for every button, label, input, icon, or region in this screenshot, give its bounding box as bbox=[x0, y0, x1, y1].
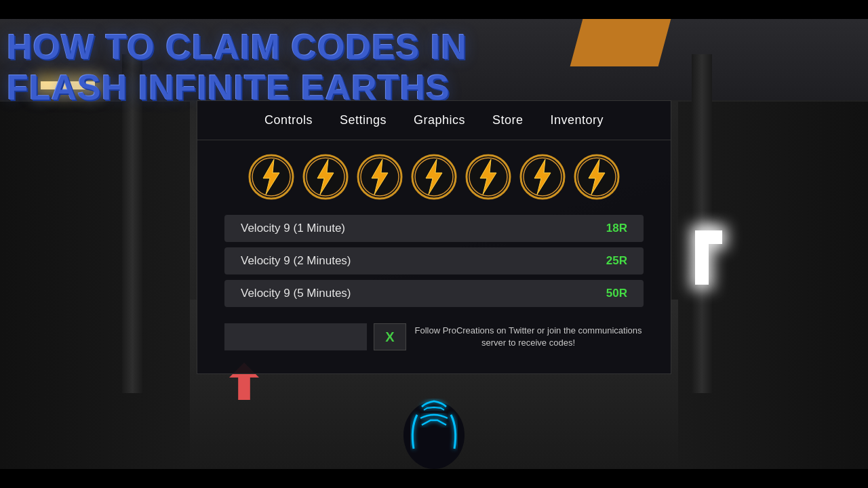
nav-item-controls[interactable]: Controls bbox=[251, 109, 326, 131]
flash-icons-row bbox=[197, 140, 671, 208]
store-item-3[interactable]: Velocity 9 (5 Minutes) 50R bbox=[224, 280, 644, 307]
code-hint-text: Follow ProCreations on Twitter or join t… bbox=[413, 325, 644, 349]
ui-panel: Controls Settings Graphics Store Invento… bbox=[197, 100, 671, 374]
code-submit-button[interactable]: X bbox=[374, 323, 406, 350]
store-item-1[interactable]: Velocity 9 (1 Minute) 18R bbox=[224, 215, 644, 242]
flash-icon-3[interactable] bbox=[355, 152, 404, 201]
store-items-list: Velocity 9 (1 Minute) 18R Velocity 9 (2 … bbox=[197, 208, 671, 314]
flash-icon-2[interactable] bbox=[301, 152, 350, 201]
black-bar-bottom bbox=[0, 469, 868, 488]
overlay-title-line1: HOW TO CLAIM CODES IN bbox=[7, 27, 467, 68]
orange-accent bbox=[570, 19, 671, 66]
wall-left bbox=[0, 102, 190, 469]
overlay-title: HOW TO CLAIM CODES IN FLASH INFINITE EAR… bbox=[7, 27, 467, 108]
flash-icon-1[interactable] bbox=[247, 152, 296, 201]
black-bar-top bbox=[0, 0, 868, 19]
door-glow bbox=[695, 230, 756, 319]
store-item-2-price: 25R bbox=[606, 254, 627, 268]
pillar-right bbox=[692, 54, 712, 393]
nav-item-inventory[interactable]: Inventory bbox=[537, 109, 618, 131]
flash-icon-4[interactable] bbox=[410, 152, 458, 201]
flash-icon-7[interactable] bbox=[572, 152, 621, 201]
store-item-3-name: Velocity 9 (5 Minutes) bbox=[241, 287, 351, 300]
nav-item-settings[interactable]: Settings bbox=[326, 109, 400, 131]
nav-item-graphics[interactable]: Graphics bbox=[400, 109, 479, 131]
flash-icon-6[interactable] bbox=[518, 152, 567, 201]
nav-item-store[interactable]: Store bbox=[479, 109, 537, 131]
store-item-1-price: 18R bbox=[606, 222, 627, 235]
store-item-1-name: Velocity 9 (1 Minute) bbox=[241, 222, 345, 235]
store-item-2-name: Velocity 9 (2 Minutes) bbox=[241, 254, 351, 268]
code-input[interactable] bbox=[224, 323, 367, 350]
code-row: X Follow ProCreations on Twitter or join… bbox=[197, 314, 671, 360]
nav-bar: Controls Settings Graphics Store Invento… bbox=[197, 101, 671, 140]
store-item-2[interactable]: Velocity 9 (2 Minutes) 25R bbox=[224, 247, 644, 274]
store-item-3-price: 50R bbox=[606, 287, 627, 300]
code-submit-label: X bbox=[385, 329, 394, 345]
flash-icon-5[interactable] bbox=[464, 152, 513, 201]
